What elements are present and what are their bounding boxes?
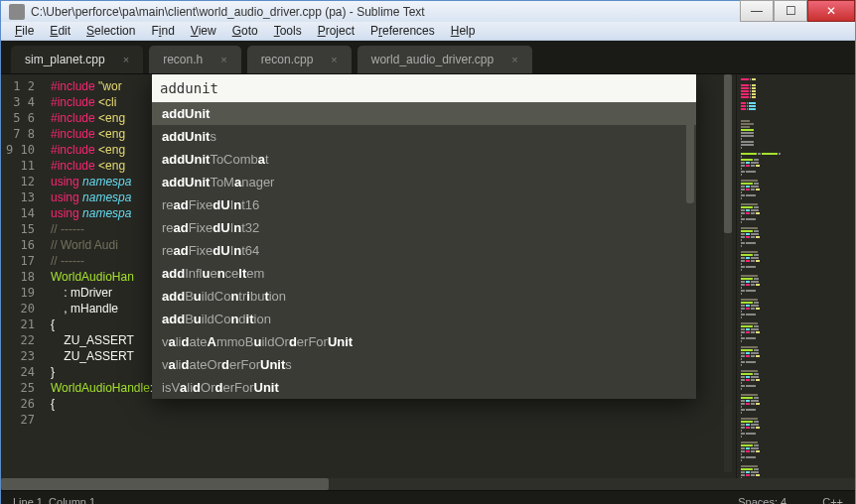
editor-area: 1 2 3 4 5 6 7 8 9 10 11 12 13 14 15 16 1… (1, 74, 855, 490)
horizontal-scrollbar[interactable] (1, 478, 855, 490)
menu-preferences[interactable]: Preferences (362, 22, 443, 40)
goto-item[interactable]: addBuildCondition (152, 308, 696, 330)
menu-file[interactable]: File (7, 22, 42, 40)
goto-item[interactable]: addUnitToCombat (152, 148, 696, 171)
goto-item[interactable]: validateOrderForUnits (152, 353, 696, 376)
goto-item[interactable]: readFixedUInt32 (152, 216, 696, 239)
gutter: 1 2 3 4 5 6 7 8 9 10 11 12 13 14 15 16 1… (1, 74, 45, 490)
goto-input[interactable] (152, 74, 696, 102)
tab-world_audio_driver-cpp[interactable]: world_audio_driver.cpp× (357, 46, 532, 73)
goto-item[interactable]: addUnitToManager (152, 171, 696, 193)
minimize-button[interactable]: — (740, 0, 774, 22)
vertical-scrollbar-thumb[interactable] (724, 74, 732, 233)
goto-scrollbar[interactable] (686, 102, 694, 397)
close-button[interactable]: ✕ (807, 0, 855, 22)
goto-item[interactable]: addBuildContribution (152, 285, 696, 308)
goto-item[interactable]: isValidOrderForUnit (152, 376, 696, 399)
tab-recon-cpp[interactable]: recon.cpp× (247, 46, 352, 73)
status-syntax[interactable]: C++ (822, 496, 843, 505)
status-indentation[interactable]: Spaces: 4 (738, 496, 786, 505)
app-window: C:\Uber\perforce\pa\main\client\world_au… (0, 0, 856, 504)
tab-close-icon[interactable]: × (511, 54, 517, 65)
window-controls: — ☐ ✕ (740, 1, 855, 22)
tab-label: world_audio_driver.cpp (371, 53, 494, 66)
goto-item[interactable]: validateAmmoBuildOrderForUnit (152, 330, 696, 353)
goto-scrollbar-thumb[interactable] (686, 104, 694, 203)
titlebar[interactable]: C:\Uber\perforce\pa\main\client\world_au… (1, 1, 855, 22)
goto-item[interactable]: addInfluenceItem (152, 262, 696, 285)
menu-selection[interactable]: Selection (78, 22, 143, 40)
tab-close-icon[interactable]: × (331, 54, 337, 65)
status-cursor-pos[interactable]: Line 1, Column 1 (13, 496, 95, 505)
tab-label: recon.cpp (261, 53, 314, 66)
goto-anything-panel: addUnitaddUnitsaddUnitToCombataddUnitToM… (152, 74, 696, 399)
horizontal-scrollbar-thumb[interactable] (1, 478, 329, 490)
menubar: File Edit Selection Find View Goto Tools… (1, 22, 855, 41)
tab-close-icon[interactable]: × (220, 54, 226, 65)
goto-item[interactable]: addUnits (152, 125, 696, 148)
vertical-scrollbar[interactable] (724, 74, 732, 472)
goto-item[interactable]: readFixedUInt16 (152, 193, 696, 216)
menu-goto[interactable]: Goto (224, 22, 266, 40)
content: sim_planet.cpp×recon.h×recon.cpp×world_a… (1, 41, 855, 504)
minimap[interactable] (736, 74, 855, 490)
menu-help[interactable]: Help (443, 22, 484, 40)
tab-label: sim_planet.cpp (25, 53, 105, 66)
window-title: C:\Uber\perforce\pa\main\client\world_au… (31, 5, 740, 19)
app-icon (9, 4, 25, 20)
tab-sim_planet-cpp[interactable]: sim_planet.cpp× (11, 46, 143, 73)
tab-label: recon.h (163, 53, 203, 66)
goto-item[interactable]: readFixedUInt64 (152, 239, 696, 262)
tab-close-icon[interactable]: × (123, 54, 129, 65)
tabbar: sim_planet.cpp×recon.h×recon.cpp×world_a… (1, 41, 855, 74)
goto-list: addUnitaddUnitsaddUnitToCombataddUnitToM… (152, 102, 696, 399)
statusbar: Line 1, Column 1 Spaces: 4 C++ (1, 490, 855, 504)
tab-recon-h[interactable]: recon.h× (149, 46, 240, 73)
menu-find[interactable]: Find (143, 22, 182, 40)
menu-edit[interactable]: Edit (42, 22, 78, 40)
maximize-button[interactable]: ☐ (774, 0, 807, 22)
menu-view[interactable]: View (183, 22, 224, 40)
goto-item[interactable]: addUnit (152, 102, 696, 125)
menu-tools[interactable]: Tools (266, 22, 310, 40)
menu-project[interactable]: Project (310, 22, 362, 40)
